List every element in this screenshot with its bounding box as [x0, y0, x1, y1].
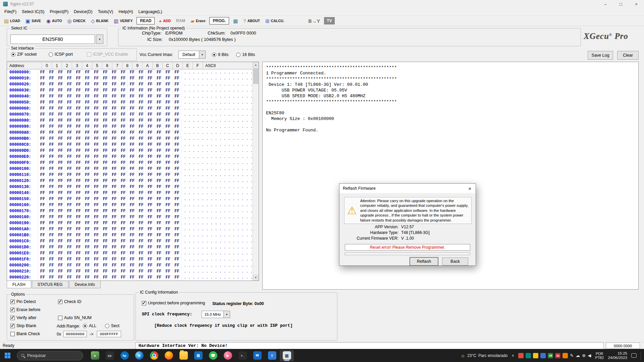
- hex-byte-cell[interactable]: FF: [92, 226, 101, 232]
- hex-byte-cell[interactable]: FF: [155, 118, 164, 124]
- hex-byte-cell[interactable]: FF: [83, 136, 92, 142]
- hex-byte-cell[interactable]: FF: [110, 196, 119, 202]
- hex-byte-cell[interactable]: FF: [164, 136, 173, 142]
- hex-byte-cell[interactable]: FF: [119, 184, 128, 190]
- hex-byte-cell[interactable]: FF: [137, 166, 146, 172]
- hex-byte-cell[interactable]: FF: [92, 136, 101, 142]
- hex-byte-cell[interactable]: FF: [164, 268, 173, 275]
- hex-byte-cell[interactable]: FF: [92, 166, 101, 172]
- hex-byte-cell[interactable]: FF: [110, 178, 119, 184]
- hex-byte-cell[interactable]: FF: [128, 184, 137, 190]
- tray-app-red-icon[interactable]: [518, 353, 524, 358]
- hex-byte-cell[interactable]: FF: [92, 172, 101, 178]
- tray-app-orange-icon[interactable]: [562, 353, 568, 358]
- hex-byte-cell[interactable]: FF: [137, 142, 146, 148]
- hex-byte-cell[interactable]: FF: [101, 124, 110, 130]
- hex-byte-cell[interactable]: FF: [38, 69, 47, 75]
- taskbar-icon-terminal[interactable]: >_: [235, 350, 250, 361]
- hex-byte-cell[interactable]: FF: [164, 94, 173, 100]
- hex-byte-cell[interactable]: FF: [47, 166, 56, 172]
- hex-byte-cell[interactable]: FF: [47, 196, 56, 202]
- hex-byte-cell[interactable]: FF: [119, 256, 128, 262]
- hex-byte-cell[interactable]: FF: [101, 136, 110, 142]
- hex-byte-cell[interactable]: FF: [38, 87, 47, 94]
- hex-byte-cell[interactable]: FF: [164, 81, 173, 87]
- hex-byte-cell[interactable]: FF: [110, 184, 119, 190]
- hex-byte-cell[interactable]: FF: [92, 190, 101, 196]
- hex-byte-cell[interactable]: FF: [173, 202, 182, 208]
- hex-byte-cell[interactable]: FF: [146, 136, 155, 142]
- hex-byte-cell[interactable]: FF: [83, 142, 92, 148]
- hex-byte-cell[interactable]: FF: [83, 87, 92, 94]
- hex-byte-cell[interactable]: FF: [164, 154, 173, 160]
- hex-byte-cell[interactable]: FF: [128, 256, 137, 262]
- hex-byte-cell[interactable]: FF: [110, 262, 119, 268]
- hex-byte-cell[interactable]: FF: [56, 256, 65, 262]
- hex-byte-cell[interactable]: FF: [56, 250, 65, 256]
- hex-byte-cell[interactable]: FF: [83, 148, 92, 154]
- hex-byte-cell[interactable]: FF: [137, 112, 146, 118]
- badge-41-icon[interactable]: 41: [555, 353, 560, 358]
- hex-byte-cell[interactable]: FF: [119, 124, 128, 130]
- tray-app-yellow-icon[interactable]: [533, 353, 538, 358]
- hex-byte-cell[interactable]: FF: [56, 172, 65, 178]
- hex-byte-cell[interactable]: FF: [101, 196, 110, 202]
- hex-byte-cell[interactable]: FF: [92, 250, 101, 256]
- hex-byte-cell[interactable]: FF: [74, 160, 83, 166]
- hex-byte-cell[interactable]: FF: [56, 244, 65, 250]
- taskbar-icon-hp[interactable]: hp: [117, 350, 131, 361]
- hex-byte-cell[interactable]: FF: [92, 268, 101, 275]
- hex-byte-cell[interactable]: FF: [92, 244, 101, 250]
- hex-byte-cell[interactable]: FF: [173, 220, 182, 226]
- hex-byte-cell[interactable]: FF: [83, 275, 92, 281]
- hex-byte-cell[interactable]: FF: [74, 178, 83, 184]
- clock[interactable]: 15:25 24/06/2023: [608, 351, 627, 360]
- hex-byte-cell[interactable]: FF: [119, 81, 128, 87]
- toolbar-erase-button[interactable]: ▰Erase: [189, 18, 207, 24]
- icsp-port-radio[interactable]: ICSP port: [49, 52, 73, 57]
- hex-byte-cell[interactable]: FF: [74, 87, 83, 94]
- hex-byte-cell[interactable]: FF: [110, 172, 119, 178]
- hex-byte-cell[interactable]: FF: [56, 190, 65, 196]
- hex-byte-cell[interactable]: FF: [173, 87, 182, 94]
- hex-byte-cell[interactable]: FF: [83, 75, 92, 81]
- hex-byte-cell[interactable]: FF: [137, 87, 146, 94]
- hex-byte-cell[interactable]: FF: [173, 172, 182, 178]
- hex-byte-cell[interactable]: FF: [146, 124, 155, 130]
- hex-byte-cell[interactable]: FF: [92, 100, 101, 106]
- select-ic-dropdown-icon[interactable]: ▼: [96, 35, 103, 44]
- hex-byte-cell[interactable]: FF: [119, 275, 128, 281]
- hex-byte-cell[interactable]: FF: [146, 190, 155, 196]
- hex-byte-cell[interactable]: FF: [146, 94, 155, 100]
- hex-byte-cell[interactable]: FF: [65, 196, 74, 202]
- hex-byte-cell[interactable]: FF: [65, 214, 74, 220]
- hex-byte-cell[interactable]: FF: [65, 262, 74, 268]
- hex-byte-cell[interactable]: FF: [155, 250, 164, 256]
- hex-byte-cell[interactable]: FF: [92, 142, 101, 148]
- hex-byte-cell[interactable]: FF: [137, 208, 146, 214]
- hex-byte-cell[interactable]: FF: [83, 118, 92, 124]
- hex-byte-cell[interactable]: FF: [47, 112, 56, 118]
- hex-byte-cell[interactable]: FF: [137, 118, 146, 124]
- hex-byte-cell[interactable]: FF: [119, 202, 128, 208]
- hex-byte-cell[interactable]: FF: [65, 94, 74, 100]
- hex-byte-cell[interactable]: FF: [128, 100, 137, 106]
- hex-byte-cell[interactable]: FF: [164, 244, 173, 250]
- hex-byte-cell[interactable]: FF: [92, 202, 101, 208]
- hex-byte-cell[interactable]: FF: [128, 148, 137, 154]
- hex-byte-cell[interactable]: FF: [47, 226, 56, 232]
- hex-byte-cell[interactable]: FF: [74, 226, 83, 232]
- hex-byte-cell[interactable]: FF: [92, 154, 101, 160]
- hex-byte-cell[interactable]: FF: [110, 136, 119, 142]
- hex-byte-cell[interactable]: FF: [74, 184, 83, 190]
- hex-byte-cell[interactable]: FF: [101, 262, 110, 268]
- hex-byte-cell[interactable]: FF: [155, 178, 164, 184]
- hex-byte-cell[interactable]: FF: [83, 196, 92, 202]
- dialog-close-button[interactable]: ×: [464, 184, 476, 193]
- tab-device-info[interactable]: Device.Info: [69, 281, 101, 288]
- hex-byte-cell[interactable]: FF: [173, 124, 182, 130]
- menu-device[interactable]: Device(D): [71, 9, 95, 15]
- hex-byte-cell[interactable]: FF: [137, 172, 146, 178]
- hex-byte-cell[interactable]: FF: [74, 112, 83, 118]
- hex-byte-cell[interactable]: FF: [119, 208, 128, 214]
